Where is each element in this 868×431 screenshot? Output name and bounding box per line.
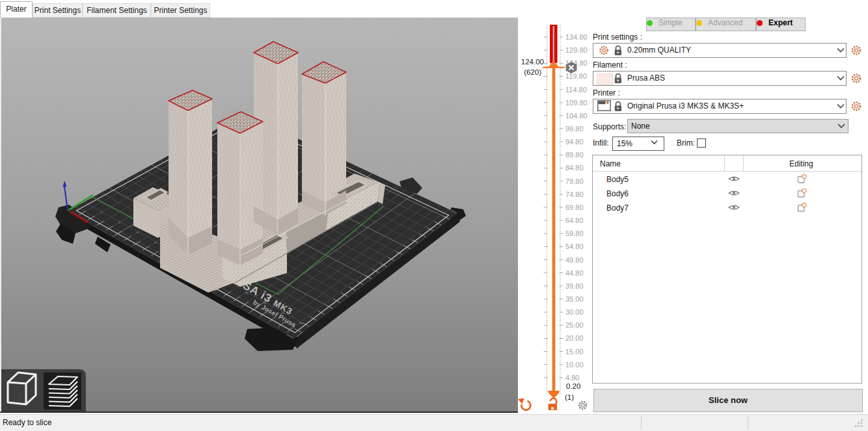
svg-text:Body6: Body6 xyxy=(606,189,629,198)
svg-text:Name: Name xyxy=(600,159,621,168)
svg-text:Body5: Body5 xyxy=(606,175,629,184)
svg-text:Editing: Editing xyxy=(789,159,813,168)
svg-text:Body7: Body7 xyxy=(606,203,629,213)
